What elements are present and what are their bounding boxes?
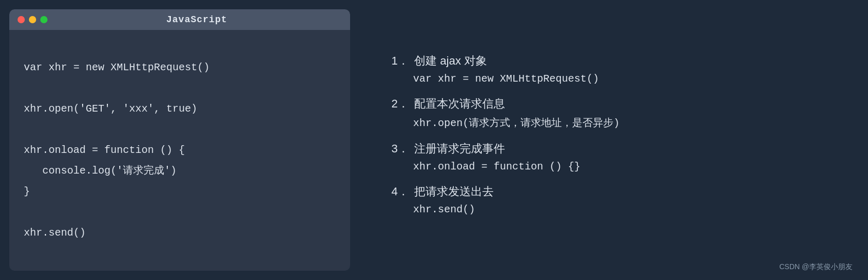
step-4: 4． 把请求发送出去 xhr.send()	[391, 184, 842, 215]
step-2-title: 配置本次请求信息	[414, 96, 505, 112]
code-line-5: }	[24, 183, 336, 200]
code-line-4: console.log('请求完成')	[24, 163, 336, 179]
step-2-header: 2． 配置本次请求信息	[391, 96, 842, 112]
close-dot	[18, 16, 25, 23]
step-1-title: 创建 ajax 对象	[414, 53, 487, 69]
step-3-code: xhr.onload = function () {}	[391, 161, 842, 173]
step-4-title: 把请求发送出去	[414, 184, 494, 199]
step-3-header: 3． 注册请求完成事件	[391, 141, 842, 157]
code-line-2: xhr.open('GET', 'xxx', true)	[24, 101, 336, 117]
window-title: JavaScript	[52, 14, 342, 25]
step-4-code: xhr.send()	[391, 204, 842, 215]
explanation-panel: 1． 创建 ajax 对象 var xhr = new XMLHttpReque…	[360, 0, 868, 280]
watermark: CSDN @李英俊小朋友	[779, 262, 853, 272]
code-line-1: var xhr = new XMLHttpRequest()	[24, 59, 336, 76]
step-1-code: var xhr = new XMLHttpRequest()	[391, 73, 842, 85]
step-2: 2． 配置本次请求信息 xhr.open(请求方式，请求地址，是否异步)	[391, 96, 842, 130]
maximize-dot	[40, 16, 48, 23]
step-3-title: 注册请求完成事件	[414, 141, 505, 157]
code-line-blank-2	[24, 121, 336, 138]
step-1-number: 1．	[391, 53, 409, 69]
step-4-header: 4． 把请求发送出去	[391, 184, 842, 199]
code-line-blank-1	[24, 80, 336, 97]
step-3: 3． 注册请求完成事件 xhr.onload = function () {}	[391, 141, 842, 173]
minimize-dot	[29, 16, 36, 23]
code-content: var xhr = new XMLHttpRequest() xhr.open(…	[9, 30, 350, 271]
step-2-code: xhr.open(请求方式，请求地址，是否异步)	[391, 116, 842, 130]
code-editor-panel: JavaScript var xhr = new XMLHttpRequest(…	[9, 9, 350, 271]
step-3-number: 3．	[391, 141, 409, 157]
step-4-number: 4．	[391, 184, 409, 199]
titlebar: JavaScript	[9, 9, 350, 30]
code-line-blank-3	[24, 204, 336, 221]
step-1-header: 1． 创建 ajax 对象	[391, 53, 842, 69]
code-line-3: xhr.onload = function () {	[24, 142, 336, 159]
step-1: 1． 创建 ajax 对象 var xhr = new XMLHttpReque…	[391, 53, 842, 85]
step-2-number: 2．	[391, 96, 409, 112]
code-line-6: xhr.send()	[24, 225, 336, 241]
